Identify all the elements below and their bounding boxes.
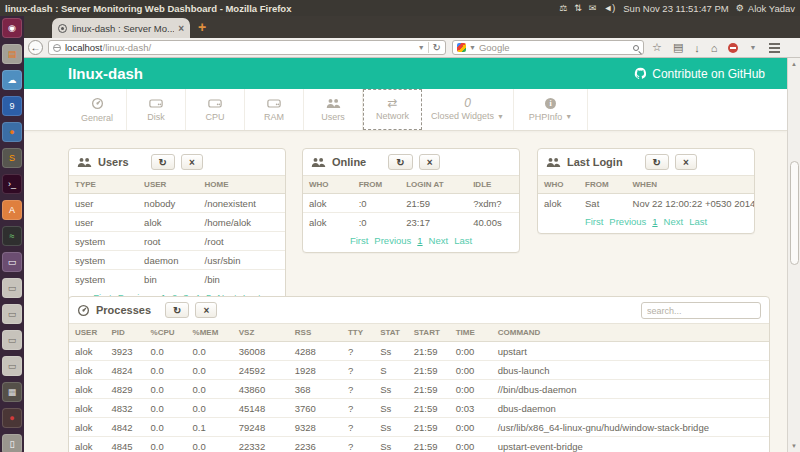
refresh-button[interactable]: ↻ — [151, 154, 175, 170]
table-cell: 0.0 — [145, 437, 187, 452]
clock[interactable]: Sun Nov 23 11:51:47 PM — [623, 3, 728, 14]
nav-item-network[interactable]: ⇄ Network — [363, 89, 422, 130]
widget-users: Users ↻ × TYPE USER HOME usernobody/none… — [68, 148, 286, 310]
launcher-item-dash-home-button[interactable]: ◉ — [2, 18, 22, 38]
nav-item-general[interactable]: General — [68, 89, 127, 130]
column-header: START — [408, 324, 450, 342]
session-username[interactable]: Alok Yadav — [748, 3, 795, 14]
bookmark-star-icon[interactable]: ☆ — [652, 41, 662, 54]
table-cell: 1928 — [289, 361, 342, 380]
url-dropdown-icon[interactable]: ▼ — [418, 44, 425, 51]
video-editor-app-icon: ▦ — [8, 387, 17, 397]
launcher-item-drive-2[interactable]: ▭ — [2, 304, 22, 324]
email-client-app-icon: ☁ — [8, 75, 17, 85]
messages-icon[interactable]: ✉ — [589, 3, 597, 13]
launcher-item-terminal-app[interactable]: ›_ — [2, 174, 22, 194]
nav-item-ram[interactable]: RAM — [245, 89, 304, 130]
github-link[interactable]: Contribute on GitHub — [634, 67, 765, 81]
column-header: HOME — [199, 176, 285, 194]
input-indicator-icon[interactable]: ⚖ — [559, 3, 567, 13]
home-icon[interactable]: ⌂ — [711, 42, 718, 54]
scroll-down-arrow[interactable]: ▼ — [788, 440, 800, 452]
page-link[interactable]: Last — [689, 216, 707, 227]
page-link[interactable]: First — [585, 216, 603, 227]
close-widget-button[interactable]: × — [419, 154, 441, 170]
table-cell: /bin — [199, 270, 285, 289]
search-magnifier-icon[interactable] — [633, 45, 639, 51]
nav-item-users[interactable]: Users — [304, 89, 363, 130]
page-scrollbar[interactable]: ▲ ▼ — [787, 58, 800, 452]
launcher-item-browser-app[interactable]: 9 — [2, 96, 22, 116]
table-cell: /usr/sbin — [199, 251, 285, 270]
table-cell: 0.0 — [145, 418, 187, 437]
refresh-button[interactable]: ↻ — [388, 154, 412, 170]
nav-item-closed-widgets[interactable]: 0 Closed Widgets▼ — [422, 89, 514, 130]
widget-title: Online — [332, 156, 366, 168]
table-cell: Sat — [579, 194, 627, 213]
launcher-item-media-app[interactable]: ● — [2, 408, 22, 428]
table-cell: 23:17 — [400, 213, 467, 232]
browser-tab[interactable]: linux-dash : Server Mo... × — [52, 18, 190, 38]
tab-close-icon[interactable]: × — [178, 23, 184, 34]
launcher-item-email-client-app[interactable]: ☁ — [2, 70, 22, 90]
search-engine-dropdown-icon[interactable]: ▼ — [469, 44, 476, 51]
nav-item-cpu[interactable]: CPU — [186, 89, 245, 130]
page-header: lInux-dash Contribute on GitHub — [24, 58, 787, 89]
page-link[interactable]: Previous — [609, 216, 646, 227]
column-header: PID — [105, 324, 144, 342]
page-link[interactable]: 1 — [417, 235, 422, 246]
launcher-item-trash[interactable]: ▯ — [2, 434, 22, 452]
back-button[interactable]: ← — [28, 40, 43, 55]
users-group-icon — [546, 157, 561, 168]
new-tab-button[interactable]: + — [198, 20, 206, 34]
launcher-item-files-app[interactable]: ▤ — [2, 44, 22, 64]
reload-icon[interactable]: ↻ — [428, 42, 441, 53]
close-widget-button[interactable]: × — [181, 154, 203, 170]
addon-caret-icon[interactable]: ▼ — [749, 44, 756, 51]
adblock-icon[interactable] — [728, 43, 738, 53]
launcher-item-firefox-app[interactable]: ● — [2, 122, 22, 142]
table-cell: /home/alok — [199, 213, 285, 232]
url-bar[interactable]: localhost /linux-dash/ ▼ ↻ — [48, 40, 446, 55]
launcher-item-text-editor-app[interactable]: S — [2, 148, 22, 168]
table-row: alok48240.00.0245921928?S21:590:00dbus-l… — [69, 361, 769, 380]
page-link[interactable]: First — [350, 235, 368, 246]
table-row: useralok/home/alok — [69, 213, 285, 232]
launcher-item-drive-4[interactable]: ▭ — [2, 356, 22, 376]
bookmarks-list-icon[interactable]: ▤ — [673, 41, 683, 54]
browser-toolbar: ← localhost /linux-dash/ ▼ ↻ ▼ Google ☆ … — [24, 38, 800, 58]
launcher-item-video-editor-app[interactable]: ▦ — [2, 382, 22, 402]
scrollbar-thumb[interactable] — [790, 161, 799, 265]
table-row: alok:023:1740.00s — [303, 213, 519, 232]
close-widget-button[interactable]: × — [675, 154, 697, 170]
launcher-item-drive-1[interactable]: ▭ — [2, 278, 22, 298]
menu-hamburger-icon[interactable] — [769, 47, 780, 49]
launcher-item-system-monitor-app[interactable]: ≈ — [2, 226, 22, 246]
downloads-icon[interactable]: ↓ — [694, 42, 700, 54]
launcher-item-software-center-app[interactable]: A — [2, 200, 22, 220]
refresh-button[interactable]: ↻ — [645, 154, 669, 170]
close-widget-button[interactable]: × — [195, 302, 217, 318]
table-row: systemdaemon/usr/sbin — [69, 251, 285, 270]
table-cell: 21:59 — [408, 437, 450, 452]
page-link[interactable]: Last — [454, 235, 472, 246]
page-link[interactable]: Previous — [374, 235, 411, 246]
table-cell: /usr/lib/x86_64-linux-gnu/hud/window-sta… — [492, 418, 769, 437]
scroll-up-arrow[interactable]: ▲ — [788, 58, 800, 70]
launcher-item-drive-3[interactable]: ▭ — [2, 330, 22, 350]
table-row: alok48420.00.1792489328?Ss21:590:00/usr/… — [69, 418, 769, 437]
refresh-button[interactable]: ↻ — [165, 302, 189, 318]
page-link[interactable]: 1 — [652, 216, 657, 227]
launcher-item-terminal-alt-app[interactable]: ▭ — [2, 252, 22, 272]
page-viewport: lInux-dash Contribute on GitHub General … — [24, 58, 800, 452]
page-link[interactable]: Next — [664, 216, 684, 227]
nav-item-phpinfo[interactable]: i PHPInfo▼ — [514, 89, 588, 130]
info-icon: i — [545, 98, 556, 109]
volume-icon[interactable]: ◄) — [603, 3, 615, 13]
network-indicator-icon[interactable]: ⇅ — [574, 3, 582, 13]
process-search-input[interactable] — [641, 302, 761, 319]
page-link[interactable]: Next — [429, 235, 449, 246]
search-bar[interactable]: ▼ Google — [452, 40, 644, 55]
session-gear-icon[interactable]: ⚙ — [736, 3, 744, 13]
nav-item-disk[interactable]: Disk — [127, 89, 186, 130]
